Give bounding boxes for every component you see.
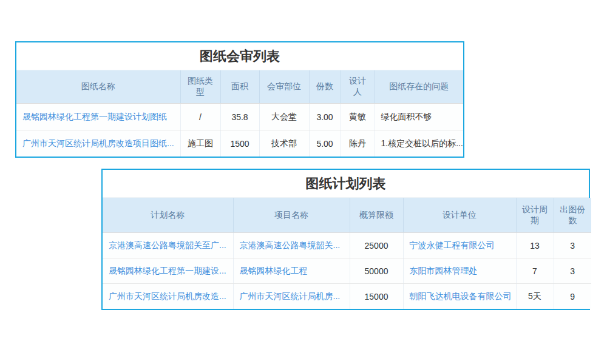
project-name-cell: 京港澳高速公路粤境韶关...: [233, 233, 350, 258]
drawing-name-cell: 广州市天河区统计局机房改造项目图纸...: [16, 130, 180, 157]
plan-name-cell: 京港澳高速公路粤境韶关至广...: [103, 233, 233, 258]
area-cell: 1500: [220, 130, 259, 157]
drawing-plan-title: 图纸计划列表: [103, 170, 589, 198]
designer-cell: 陈丹: [341, 130, 375, 157]
budget-limit-cell: 15000: [350, 284, 403, 309]
issues-cell: 绿化面积不够: [375, 104, 463, 130]
project-name-link[interactable]: 广州市天河区统计局机房...: [240, 291, 341, 301]
budget-limit-cell: 25000: [350, 233, 403, 258]
design-cycle-cell: 13: [516, 233, 554, 258]
plan-header-row: 计划名称 项目名称 概算限额 设计单位 设计周期 出图份数: [103, 198, 591, 233]
plan-name-link[interactable]: 京港澳高速公路粤境韶关至广...: [109, 240, 226, 250]
design-unit-cell: 东阳市园林管理处: [403, 258, 516, 284]
review-col-review-location: 会审部位: [259, 70, 309, 104]
designer-cell: 黄敏: [341, 104, 375, 130]
review-location-cell: 大会堂: [259, 104, 309, 130]
plan-col-budget-limit: 概算限额: [350, 198, 403, 233]
design-unit-cell: 宁波永健工程有限公司: [403, 233, 516, 258]
plan-col-plan-name: 计划名称: [103, 198, 233, 233]
drawing-type-cell: 施工图: [180, 130, 220, 157]
review-location-cell: 技术部: [259, 130, 309, 157]
plan-col-design-cycle: 设计周期: [516, 198, 554, 233]
review-col-copies: 份数: [309, 70, 341, 104]
table-row: 广州市天河区统计局机房改造... 广州市天河区统计局机房... 15000 朝阳…: [103, 284, 591, 309]
design-unit-link[interactable]: 东阳市园林管理处: [410, 266, 478, 275]
plan-col-project-name: 项目名称: [233, 198, 350, 233]
project-name-link[interactable]: 京港澳高速公路粤境韶关...: [240, 240, 341, 250]
review-col-drawing-name: 图纸名称: [16, 70, 180, 104]
design-unit-link[interactable]: 宁波永健工程有限公司: [410, 240, 495, 250]
area-cell: 35.8: [220, 104, 259, 130]
table-row: 广州市天河区统计局机房改造项目图纸... 施工图 1500 技术部 5.00 陈…: [16, 130, 463, 157]
drawing-plan-table: 计划名称 项目名称 概算限额 设计单位 设计周期 出图份数 京港澳高速公路粤境韶…: [103, 198, 591, 309]
plan-name-cell: 广州市天河区统计局机房改造...: [103, 284, 233, 309]
review-col-issues: 图纸存在的问题: [375, 70, 463, 104]
drawing-review-panel: 图纸会审列表 图纸名称 图纸类型 面积 会审部位 份数 设计人 图纸存在的问题 …: [15, 41, 464, 158]
design-unit-cell: 朝阳飞达机电设备有限公司: [403, 284, 516, 309]
drawing-name-cell: 晟铭园林绿化工程第一期建设计划图纸: [16, 104, 180, 130]
plan-name-link[interactable]: 广州市天河区统计局机房改造...: [109, 291, 226, 301]
table-row: 晟铭园林绿化工程第一期建设计划图纸 / 35.8 大会堂 3.00 黄敏 绿化面…: [16, 104, 463, 130]
design-cycle-cell: 7: [516, 258, 554, 284]
design-unit-link[interactable]: 朝阳飞达机电设备有限公司: [410, 291, 512, 301]
review-col-drawing-type: 图纸类型: [180, 70, 220, 104]
drawing-review-table: 图纸名称 图纸类型 面积 会审部位 份数 设计人 图纸存在的问题 晟铭园林绿化工…: [16, 70, 463, 157]
drawing-plan-panel: 图纸计划列表 计划名称 项目名称 概算限额 设计单位 设计周期 出图份数 京港澳…: [101, 169, 590, 310]
project-name-cell: 广州市天河区统计局机房...: [233, 284, 350, 309]
drawing-name-link[interactable]: 晟铭园林绿化工程第一期建设计划图纸: [22, 112, 167, 121]
review-col-area: 面积: [220, 70, 259, 104]
budget-limit-cell: 50000: [350, 258, 403, 284]
project-name-cell: 晟铭园林绿化工程: [233, 258, 350, 284]
table-row: 京港澳高速公路粤境韶关至广... 京港澳高速公路粤境韶关... 25000 宁波…: [103, 233, 591, 258]
review-col-designer: 设计人: [341, 70, 375, 104]
copies-cell: 3.00: [309, 104, 341, 130]
review-header-row: 图纸名称 图纸类型 面积 会审部位 份数 设计人 图纸存在的问题: [16, 70, 463, 104]
design-cycle-cell: 5天: [516, 284, 554, 309]
drawing-review-title: 图纸会审列表: [16, 42, 463, 70]
plan-name-link[interactable]: 晟铭园林绿化工程第一期建设...: [109, 266, 226, 275]
plan-col-drawing-copies: 出图份数: [554, 198, 591, 233]
plan-col-design-unit: 设计单位: [403, 198, 516, 233]
drawing-copies-cell: 3: [554, 233, 591, 258]
drawing-copies-cell: 3: [554, 258, 591, 284]
table-row: 晟铭园林绿化工程第一期建设... 晟铭园林绿化工程 50000 东阳市园林管理处…: [103, 258, 591, 284]
project-name-link[interactable]: 晟铭园林绿化工程: [240, 266, 308, 275]
issues-cell: 1.核定交桩以后的标...: [375, 130, 463, 157]
drawing-type-cell: /: [180, 104, 220, 130]
plan-name-cell: 晟铭园林绿化工程第一期建设...: [103, 258, 233, 284]
copies-cell: 5.00: [309, 130, 341, 157]
drawing-name-link[interactable]: 广州市天河区统计局机房改造项目图纸...: [22, 138, 174, 148]
drawing-copies-cell: 9: [554, 284, 591, 309]
